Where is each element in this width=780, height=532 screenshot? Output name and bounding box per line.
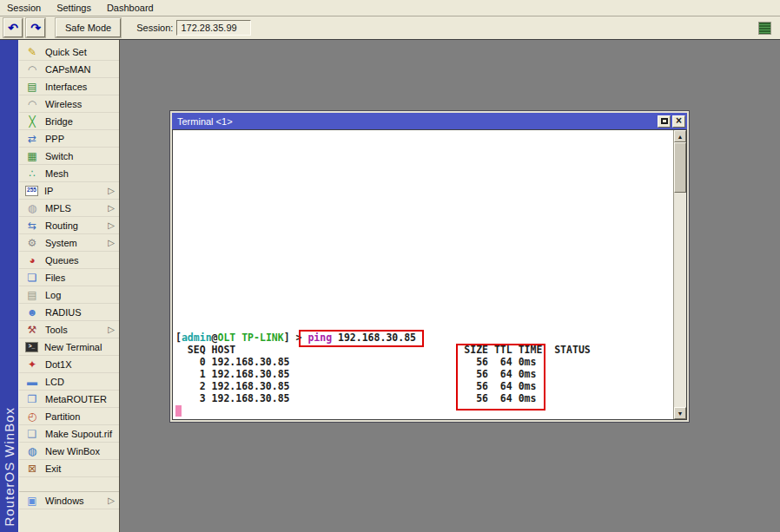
terminal-cursor-line xyxy=(175,404,591,417)
sidebar-item-dot1x[interactable]: ✦Dot1X xyxy=(19,356,119,373)
safe-mode-label: Safe Mode xyxy=(65,23,111,33)
sidebar-item-label: RADIUS xyxy=(45,307,82,318)
switch-icon: ▦ xyxy=(25,149,39,163)
terminal-output-row: 0 192.168.30.85 56 64 0ms xyxy=(175,356,591,368)
sidebar-item-label: System xyxy=(45,238,77,248)
sidebar-item-label: Files xyxy=(45,273,65,283)
sidebar-item-lcd[interactable]: ▬LCD xyxy=(19,373,119,391)
scrollbar-thumb[interactable] xyxy=(674,142,686,193)
maximize-button[interactable] xyxy=(658,115,671,128)
prompt-segment-default: @ xyxy=(212,332,218,344)
sidebar-item-windows[interactable]: ▣Windows▷ xyxy=(19,492,119,509)
sidebar-item-metarouter[interactable]: ❐MetaROUTER xyxy=(19,391,119,408)
sidebar-item-label: Wireless xyxy=(45,99,82,109)
sidebar-item-label: Dot1X xyxy=(45,359,72,370)
sidebar-item-label: Partition xyxy=(45,411,80,422)
redo-icon: ↷ xyxy=(30,22,41,34)
sidebar-item-quick-set[interactable]: ✎Quick Set xyxy=(19,43,119,61)
terminal-icon: >_ xyxy=(25,342,38,352)
sidebar-item-label: New WinBox xyxy=(45,446,100,456)
sidebar-item-files[interactable]: ❏Files xyxy=(19,269,119,286)
exit-icon: ⊠ xyxy=(25,462,39,476)
scroll-down-button[interactable]: ▼ xyxy=(674,407,686,419)
sidebar-item-ip[interactable]: 255IP▷ xyxy=(19,182,119,200)
sidebar-item-label: New Terminal xyxy=(44,342,102,352)
sidebar-item-partition[interactable]: ◴Partition xyxy=(19,408,119,425)
maximize-icon xyxy=(661,118,668,124)
prompt-segment-default: [ xyxy=(175,332,182,344)
sidebar-item-switch[interactable]: ▦Switch xyxy=(19,148,119,165)
close-button[interactable]: × xyxy=(672,115,685,128)
traffic-indicator-icon xyxy=(758,22,771,35)
submenu-arrow-icon: ▷ xyxy=(108,220,115,230)
session-input[interactable] xyxy=(176,20,251,36)
sidebar-item-interfaces[interactable]: ▤Interfaces xyxy=(19,78,119,95)
windows-icon: ▣ xyxy=(25,494,39,508)
mpls-icon: ◍ xyxy=(25,201,39,215)
undo-button[interactable]: ↶ xyxy=(3,18,23,37)
system-icon: ⚙ xyxy=(25,236,39,250)
session-label: Session: xyxy=(136,23,173,33)
sidebar-menu: ✎Quick Set◠CAPsMAN▤Interfaces◠Wireless╳B… xyxy=(19,40,119,532)
menu-bar: SessionSettingsDashboard xyxy=(0,0,780,16)
ppp-icon: ⇄ xyxy=(25,132,39,146)
sidebar-item-new-terminal[interactable]: >_New Terminal xyxy=(19,338,119,356)
radius-icon: ☻ xyxy=(25,305,39,319)
submenu-arrow-icon: ▷ xyxy=(108,238,115,247)
terminal-prompt-line: [admin@OLT TP-LINK] > ping 192.168.30.85 xyxy=(175,332,591,344)
mesh-icon: ∴ xyxy=(25,167,39,181)
submenu-arrow-icon: ▷ xyxy=(108,496,115,505)
sidebar-item-wireless[interactable]: ◠Wireless xyxy=(19,95,119,113)
sidebar-item-mpls[interactable]: ◍MPLS▷ xyxy=(19,200,119,217)
prompt-segment-command: ping xyxy=(307,332,332,344)
prompt-segment-default: ] > xyxy=(284,332,308,344)
safe-mode-button[interactable]: Safe Mode xyxy=(56,18,121,37)
antenna-icon: ◠ xyxy=(25,62,39,76)
sidebar-item-make-supout-rif[interactable]: ❑Make Supout.rif xyxy=(19,425,119,443)
menu-dashboard[interactable]: Dashboard xyxy=(107,3,154,13)
sidebar-item-exit[interactable]: ⊠Exit xyxy=(19,460,119,477)
sidebar-item-label: PPP xyxy=(45,134,64,144)
prompt-segment-user: admin xyxy=(182,332,212,344)
sidebar-item-capsman[interactable]: ◠CAPsMAN xyxy=(19,61,119,78)
sidebar-item-system[interactable]: ⚙System▷ xyxy=(19,234,119,252)
sidebar-item-new-winbox[interactable]: ◍New WinBox xyxy=(19,443,119,460)
undo-icon: ↶ xyxy=(8,22,18,34)
sidebar-item-log[interactable]: ▤Log xyxy=(19,286,119,304)
dot1x-icon: ✦ xyxy=(25,358,39,371)
sidebar-item-bridge[interactable]: ╳Bridge xyxy=(19,113,119,130)
terminal-titlebar[interactable]: Terminal <1> × xyxy=(172,113,687,129)
terminal-content[interactable]: [admin@OLT TP-LINK] > ping 192.168.30.85… xyxy=(173,130,673,419)
brand-strip: RouterOS WinBox xyxy=(0,40,19,532)
terminal-output-row: 2 192.168.30.85 56 64 0ms xyxy=(175,380,591,392)
lcd-icon: ▬ xyxy=(25,375,39,389)
wireless-icon: ◠ xyxy=(25,97,39,111)
sidebar-item-label: LCD xyxy=(45,377,64,387)
sidebar-item-label: Tools xyxy=(45,325,68,335)
sidebar-item-label: Switch xyxy=(45,151,73,161)
menu-settings[interactable]: Settings xyxy=(56,3,91,13)
sidebar-item-routing[interactable]: ⇆Routing▷ xyxy=(19,217,119,234)
menu-session[interactable]: Session xyxy=(7,3,41,13)
files-icon: ❏ xyxy=(25,271,39,285)
sidebar-item-label: CAPsMAN xyxy=(45,64,91,75)
sidebar-item-label: Windows xyxy=(45,496,84,506)
terminal-cursor xyxy=(175,405,182,417)
sidebar-item-tools[interactable]: ⚒Tools▷ xyxy=(19,321,119,338)
terminal-scrollbar[interactable]: ▲ ▼ xyxy=(673,130,686,419)
scrollbar-track[interactable] xyxy=(674,193,686,407)
redo-button[interactable]: ↷ xyxy=(26,18,45,37)
arrow-up-icon: ▲ xyxy=(678,134,684,140)
wand-icon: ✎ xyxy=(25,45,39,59)
sidebar-item-label: Routing xyxy=(45,220,78,231)
sidebar-item-label: IP xyxy=(44,186,53,196)
sidebar-item-queues[interactable]: ◕Queues xyxy=(19,252,119,269)
terminal-body: [admin@OLT TP-LINK] > ping 192.168.30.85… xyxy=(172,129,687,420)
sidebar-item-mesh[interactable]: ∴Mesh xyxy=(19,165,119,182)
queues-icon: ◕ xyxy=(25,253,39,267)
bridge-icon: ╳ xyxy=(25,115,39,128)
scroll-up-button[interactable]: ▲ xyxy=(674,130,686,142)
partition-icon: ◴ xyxy=(25,410,39,424)
sidebar-item-radius[interactable]: ☻RADIUS xyxy=(19,304,119,321)
sidebar-item-ppp[interactable]: ⇄PPP xyxy=(19,130,119,148)
